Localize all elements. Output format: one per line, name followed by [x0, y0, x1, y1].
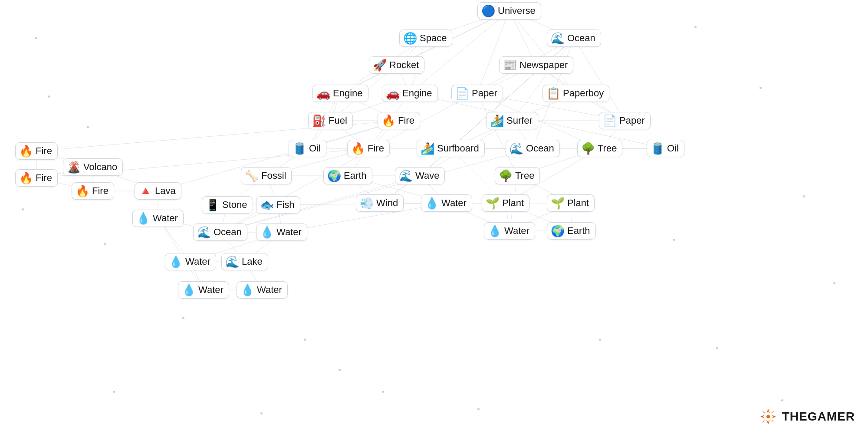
node-oil1[interactable]: 🛢️Oil [289, 140, 326, 157]
node-plant2[interactable]: 🌱Plant [547, 194, 595, 212]
node-icon-wind: 💨 [360, 197, 374, 209]
node-engine1[interactable]: 🚗Engine [312, 85, 368, 102]
decorative-dot [382, 391, 384, 393]
edge-universe-paperboy [510, 11, 576, 93]
edge-ocean1-paper2 [574, 38, 625, 121]
node-icon-water3: 💧 [260, 227, 274, 238]
node-icon-plant2: 🌱 [551, 197, 565, 209]
node-label-ocean1: Ocean [567, 33, 595, 44]
node-icon-space: 🌐 [403, 33, 417, 44]
decorative-dot [260, 412, 263, 414]
node-surfer[interactable]: 🏄Surfer [486, 112, 538, 129]
node-label-surfboard: Surfboard [437, 143, 479, 154]
decorative-dot [477, 408, 480, 410]
node-stone[interactable]: 📱Stone [202, 196, 253, 214]
node-lake[interactable]: 🌊Lake [221, 253, 268, 270]
node-icon-ocean2: 🌊 [510, 143, 523, 154]
node-icon-tree1: 🌳 [581, 143, 595, 154]
edge-universe-paper1 [477, 11, 510, 93]
node-earth1[interactable]: 🌍Earth [323, 167, 372, 184]
node-icon-ocean3: 🌊 [197, 227, 211, 238]
node-volcano[interactable]: 🌋Volcano [63, 158, 123, 176]
node-plant1[interactable]: 🌱Plant [482, 194, 529, 212]
node-label-ocean2: Ocean [526, 143, 554, 154]
node-icon-plant1: 🌱 [486, 197, 500, 209]
node-icon-water2: 💧 [488, 225, 502, 237]
node-label-paperboy: Paperboy [563, 88, 604, 99]
node-fire2[interactable]: 🔥Fire [347, 140, 390, 157]
node-icon-rocket: 🚀 [373, 59, 387, 71]
decorative-dot [599, 339, 601, 341]
node-icon-ocean1: 🌊 [551, 33, 565, 44]
node-label-stone: Stone [222, 199, 247, 210]
decorative-dot [113, 391, 115, 393]
node-water5[interactable]: 💧Water [165, 253, 216, 270]
node-label-wave: Wave [415, 170, 439, 181]
node-water1[interactable]: 💧Water [421, 194, 472, 212]
node-fish[interactable]: 🐟Fish [256, 196, 300, 214]
decorative-dot [339, 369, 341, 371]
node-icon-engine1: 🚗 [316, 88, 330, 99]
edge-ocean1-surfer [512, 38, 574, 121]
node-wave[interactable]: 🌊Wave [395, 167, 445, 184]
node-water3[interactable]: 💧Water [256, 224, 307, 241]
node-label-plant2: Plant [567, 197, 589, 209]
node-fire5[interactable]: 🔥Fire [72, 182, 114, 200]
node-tree1[interactable]: 🌳Tree [577, 140, 622, 157]
node-fire1[interactable]: 🔥Fire [378, 112, 420, 129]
node-tree2[interactable]: 🌳Tree [495, 167, 540, 184]
node-fire4[interactable]: 🔥Fire [15, 169, 58, 187]
node-icon-surfer: 🏄 [490, 115, 504, 126]
node-paperboy[interactable]: 📋Paperboy [542, 85, 609, 102]
node-engine2[interactable]: 🚗Engine [382, 85, 438, 102]
node-icon-engine2: 🚗 [386, 88, 400, 99]
decorative-dot [781, 399, 783, 401]
node-fire3[interactable]: 🔥Fire [15, 142, 58, 160]
node-label-fire4: Fire [36, 172, 52, 184]
node-label-fire2: Fire [368, 143, 384, 154]
edge-paper1-tree2 [477, 93, 518, 176]
decorative-dot [833, 282, 835, 284]
node-icon-water1: 💧 [425, 197, 439, 209]
node-icon-stone: 📱 [206, 199, 220, 210]
node-rocket[interactable]: 🚀Rocket [369, 56, 424, 74]
node-icon-surfboard: 🏄 [421, 143, 434, 154]
node-surfboard[interactable]: 🏄Surfboard [417, 140, 485, 157]
node-lava[interactable]: 🔺Lava [135, 182, 181, 200]
node-water6[interactable]: 💧Water [178, 281, 229, 299]
node-label-fire1: Fire [398, 115, 414, 126]
node-fuel[interactable]: ⛽Fuel [308, 112, 353, 129]
node-universe[interactable]: 🔵Universe [477, 2, 541, 20]
node-label-newspaper: Newspaper [519, 59, 568, 71]
edge-universe-engine1 [341, 11, 510, 93]
node-space[interactable]: 🌐Space [399, 30, 452, 47]
node-newspaper[interactable]: 📰Newspaper [499, 56, 573, 74]
node-ocean1[interactable]: 🌊Ocean [547, 30, 601, 47]
node-paper2[interactable]: 📄Paper [599, 112, 651, 129]
node-label-rocket: Rocket [389, 59, 419, 71]
decorative-dot [716, 347, 718, 349]
node-icon-water6: 💧 [182, 284, 196, 296]
node-fossil[interactable]: 🦴Fossil [241, 167, 292, 184]
node-paper1[interactable]: 📄Paper [451, 85, 503, 102]
node-label-universe: Universe [498, 5, 536, 16]
node-oil2[interactable]: 🛢️Oil [647, 140, 684, 157]
node-wind[interactable]: 💨Wind [356, 194, 404, 212]
decorative-dot [48, 95, 50, 98]
node-water7[interactable]: 💧Water [237, 281, 288, 299]
node-label-fuel: Fuel [329, 115, 347, 126]
node-water2[interactable]: 💧Water [484, 222, 535, 240]
decorative-dot [694, 26, 697, 28]
node-ocean2[interactable]: 🌊Ocean [506, 140, 560, 157]
node-ocean3[interactable]: 🌊Ocean [193, 224, 247, 241]
node-water4[interactable]: 💧Water [132, 210, 184, 227]
node-label-water1: Water [441, 197, 467, 209]
node-icon-fire3: 🔥 [19, 145, 33, 157]
node-label-paper2: Paper [619, 115, 645, 126]
node-icon-fish: 🐟 [260, 199, 274, 210]
node-earth2[interactable]: 🌍Earth [547, 222, 596, 240]
node-label-space: Space [420, 33, 447, 44]
thegamer-icon [759, 407, 778, 426]
svg-marker-1 [766, 420, 770, 424]
decorative-dot [182, 317, 184, 319]
